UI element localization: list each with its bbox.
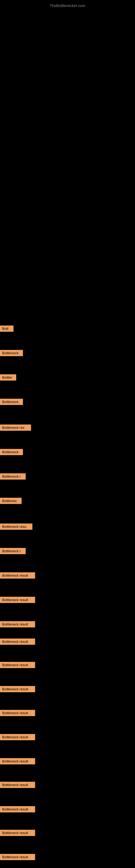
bottleneck-item: Bottleneck res	[0, 425, 31, 431]
bottleneck-item: Bottlenec	[0, 498, 21, 504]
bottleneck-item: Bottleneck	[0, 449, 23, 455]
bottleneck-item: Bottleneck result	[0, 782, 35, 788]
bottleneck-item: Bottleneck r	[0, 473, 26, 479]
site-title: TheBottlenecker.com	[0, 1, 135, 10]
bottleneck-item: Bottler	[0, 374, 16, 380]
bottleneck-item: Bottleneck result	[0, 572, 35, 579]
bottleneck-item: Bottleneck r	[0, 548, 26, 554]
bottleneck-item: Bottleneck resu	[0, 524, 32, 530]
bottleneck-item: Bottleneck	[0, 399, 23, 405]
bottleneck-item: Bottleneck result	[0, 710, 35, 716]
bottleneck-item: Bottleneck result	[0, 758, 35, 764]
bottleneck-item: Bottleneck result	[0, 662, 35, 668]
bottleneck-item: Bottleneck result	[0, 639, 35, 645]
bottleneck-item: Bottleneck result	[0, 686, 35, 692]
bottleneck-item: Bottleneck result	[0, 597, 35, 603]
bottleneck-item: Bottleneck result	[0, 830, 35, 836]
bottleneck-item: Bottleneck result	[0, 734, 35, 740]
bottleneck-item: Bottleneck result	[0, 621, 35, 627]
bottleneck-item: Bottleneck result	[0, 806, 35, 812]
bottleneck-item: Bottleneck result	[0, 854, 35, 860]
bottleneck-item: Bottleneck	[0, 350, 23, 356]
bottleneck-item: Bott	[0, 326, 13, 332]
